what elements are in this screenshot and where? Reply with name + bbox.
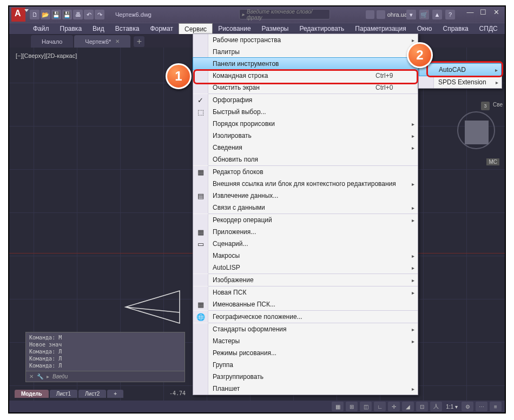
menu-item[interactable]: Обновить поля <box>193 154 418 165</box>
tab-close-icon[interactable]: ✕ <box>115 38 120 44</box>
help-search-input[interactable]: ▸ Введите ключевое слово/фразу <box>239 9 330 19</box>
menu-item[interactable]: Сведения▸ <box>193 142 418 154</box>
status-ortho-icon[interactable]: ∟ <box>374 402 386 411</box>
file-tab[interactable]: Начало <box>31 35 73 48</box>
status-scale[interactable]: 1:1 ▾ <box>444 404 459 410</box>
menu-параметризация[interactable]: Параметризация <box>350 23 411 34</box>
menu-item[interactable]: Новая ПСК▸ <box>193 286 418 298</box>
menu-item[interactable]: Стандарты оформления▸ <box>193 323 418 335</box>
menu-item[interactable]: ✓Орфография <box>193 94 418 106</box>
menu-item[interactable]: Разгруппировать <box>193 371 418 383</box>
menu-файл[interactable]: Файл <box>28 23 55 34</box>
menu-item[interactable]: ▦Редактор блоков <box>193 166 418 178</box>
user-area[interactable]: ohra.ua ▾ <box>366 10 413 19</box>
tab-add-button[interactable]: + <box>134 36 144 47</box>
app-logo-icon[interactable] <box>11 8 25 22</box>
menu-item[interactable]: ▤Извлечение данных... <box>193 190 418 202</box>
viewport-label[interactable]: [−][Сверху][2D-каркас] <box>16 52 77 59</box>
menu-редактировать[interactable]: Редактировать <box>294 23 350 34</box>
layout-tab[interactable]: Модель <box>15 390 49 398</box>
menu-item[interactable]: Изображение▸ <box>193 274 418 286</box>
menu-item[interactable]: Группа <box>193 359 418 371</box>
qat-redo-icon[interactable]: ↷ <box>95 10 104 19</box>
view-cube[interactable]: 3 Све МС <box>452 96 499 172</box>
exchange-icon[interactable]: ▾ <box>406 10 416 19</box>
menu-item[interactable]: Макросы▸ <box>193 250 418 262</box>
close-button[interactable]: ✕ <box>490 6 503 17</box>
viewcube-direction[interactable]: 3 <box>481 102 490 110</box>
viewcube-wcs[interactable]: МС <box>486 158 499 165</box>
layout-tab[interactable]: Лист1 <box>50 390 77 398</box>
menu-окно[interactable]: Окно <box>412 23 438 34</box>
app-icon[interactable]: ▲ <box>432 10 442 19</box>
menu-item[interactable]: Мастеры▸ <box>193 335 418 347</box>
menu-item[interactable]: 🌐Географическое положение... <box>193 311 418 323</box>
document-title: Чертеж6.dwg <box>115 11 151 18</box>
menu-item[interactable]: Палитры▸ <box>193 46 418 58</box>
help-icon[interactable]: ? <box>445 10 455 19</box>
menu-item[interactable]: Очистить экранCtrl+0 <box>193 82 418 94</box>
menu-item[interactable]: Изолировать▸ <box>193 130 418 142</box>
cart-icon[interactable]: 🛒 <box>419 10 429 19</box>
menu-item[interactable]: ⬚Быстрый выбор... <box>193 106 418 118</box>
menu-label: Разгруппировать <box>208 373 408 381</box>
menu-формат[interactable]: Формат <box>144 23 179 34</box>
status-iso-icon[interactable]: ◢ <box>402 402 414 411</box>
menu-рисование[interactable]: Рисование <box>213 23 256 34</box>
qat-open-icon[interactable]: 📂 <box>41 10 50 19</box>
menu-label: Группа <box>208 361 408 369</box>
menu-icon <box>193 202 208 214</box>
menu-item[interactable]: Командная строкаCtrl+9 <box>193 70 418 82</box>
menu-правка[interactable]: Правка <box>55 23 88 34</box>
menu-item[interactable]: Связи с данными▸ <box>193 202 418 214</box>
menu-сервис[interactable]: Сервис <box>179 23 213 34</box>
menu-item[interactable]: Панели инструментов▸ <box>193 57 418 70</box>
menu-item[interactable]: Планшет▸ <box>193 383 418 395</box>
menu-вставка[interactable]: Вставка <box>110 23 145 34</box>
status-snap-icon[interactable]: ◫ <box>360 402 372 411</box>
submenu-item[interactable]: SPDS Extension▸ <box>419 76 502 88</box>
toolbars-submenu: AutoCAD▸SPDS Extension▸ <box>418 63 502 89</box>
qat-save-icon[interactable]: 💾 <box>51 10 61 19</box>
qat-undo-icon[interactable]: ↶ <box>84 10 94 19</box>
menu-label: Именованные ПСК... <box>208 301 408 308</box>
menu-вид[interactable]: Вид <box>87 23 110 34</box>
menu-item[interactable]: ▦Приложения... <box>193 226 418 238</box>
menu-icon <box>193 34 208 46</box>
viewcube-face[interactable] <box>465 121 489 144</box>
status-menu-icon[interactable]: ≡ <box>490 402 502 411</box>
menu-item[interactable]: Рабочие пространства▸ <box>193 34 418 46</box>
layout-tab[interactable]: Лист2 <box>78 390 106 398</box>
menu-item[interactable]: ▦Именованные ПСК... <box>193 298 418 310</box>
status-osnap-icon[interactable]: ⊡ <box>416 402 428 411</box>
menu-item[interactable]: AutoLISP▸ <box>193 262 418 274</box>
submenu-item[interactable]: AutoCAD▸ <box>419 63 502 76</box>
command-input-row[interactable]: ✕ 🔧 ▸ Введи <box>26 371 184 382</box>
menu-item[interactable]: Внешняя ссылка или блок для контекстного… <box>193 178 418 190</box>
qat-plot-icon[interactable]: 🖶 <box>73 10 83 19</box>
menu-item[interactable]: Порядок прорисовки▸ <box>193 118 418 130</box>
qat-saveas-icon[interactable]: 💾 <box>62 10 72 19</box>
status-anno-icon[interactable]: 人 <box>430 402 442 411</box>
menu-item[interactable]: Режимы рисования... <box>193 347 418 359</box>
minimize-button[interactable]: — <box>464 6 477 17</box>
status-grid-icon[interactable]: ⊞ <box>346 402 358 411</box>
command-input[interactable]: Введи <box>52 374 68 379</box>
status-gear-icon[interactable]: ⚙ <box>462 402 473 411</box>
cmd-close-icon[interactable]: ✕ <box>29 374 34 379</box>
menu-item[interactable]: ▭Сценарий... <box>193 238 418 250</box>
menu-label: Географическое положение... <box>208 313 408 321</box>
menu-справка[interactable]: Справка <box>438 23 474 34</box>
status-model-icon[interactable]: ▦ <box>332 402 344 411</box>
status-more-icon[interactable]: ⋯ <box>476 402 487 411</box>
status-polar-icon[interactable]: ✛ <box>388 402 400 411</box>
menu-размеры[interactable]: Размеры <box>256 23 294 34</box>
file-tab[interactable]: Чертеж6*✕ <box>74 35 130 48</box>
menu-icon <box>193 70 208 82</box>
maximize-button[interactable]: ☐ <box>477 6 490 17</box>
layout-add-button[interactable]: + <box>107 390 123 398</box>
qat-new-icon[interactable]: 🗋 <box>30 10 39 19</box>
menu-спдс[interactable]: СПДС <box>474 23 503 34</box>
cmd-config-icon[interactable]: 🔧 <box>37 374 43 379</box>
menu-item[interactable]: Рекордер операций▸ <box>193 214 418 226</box>
